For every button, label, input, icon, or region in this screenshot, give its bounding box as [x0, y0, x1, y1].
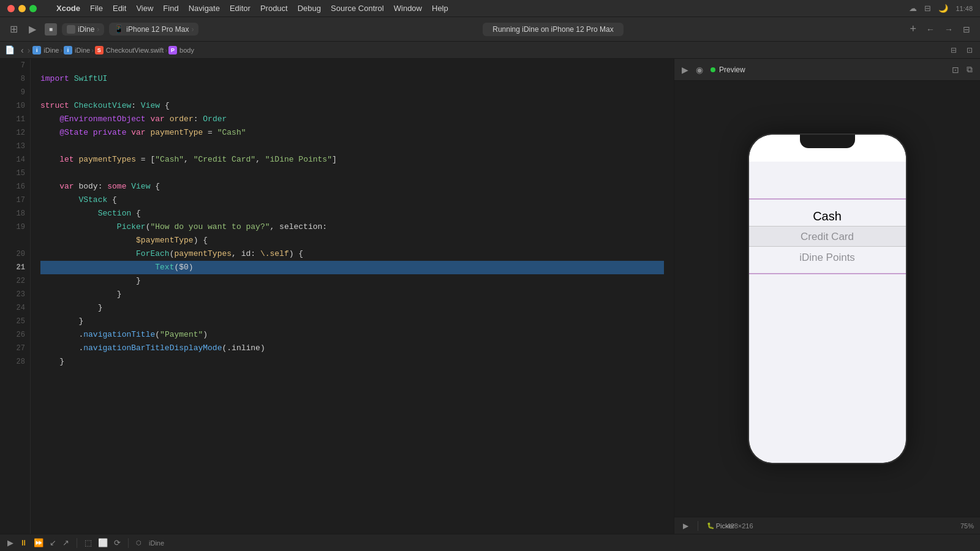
token-rparen2: ): [203, 328, 208, 342]
debug-pause-btn[interactable]: ⏸: [18, 537, 29, 549]
token-brace1: {: [160, 99, 170, 113]
token-picker: Picker: [117, 220, 146, 234]
debug-environment-btn[interactable]: ⬡: [135, 538, 143, 547]
code-line-21[interactable]: Text ($0): [40, 261, 664, 274]
breadcrumb-label-4: body: [179, 47, 194, 54]
debug-view-hierarchy-btn[interactable]: ⬚: [83, 537, 93, 549]
token-navtitle: navigationTitle: [83, 328, 155, 342]
run-button[interactable]: ▶: [24, 23, 41, 36]
line-num-27: 27: [0, 342, 25, 355]
line-num-28: 28: [0, 355, 25, 369]
line-num-21: 21: [0, 261, 25, 274]
stop-button[interactable]: ■: [45, 23, 57, 36]
token-idine: "iDine Points": [265, 153, 332, 167]
menu-extras-icon: ⊟: [924, 4, 931, 13]
window-menu[interactable]: Window: [394, 4, 422, 13]
product-menu[interactable]: Product: [260, 4, 288, 13]
add-button[interactable]: +: [907, 21, 919, 37]
code-line-12: @State private var paymentType = "Cash": [40, 126, 664, 140]
token-indent11: [40, 274, 136, 288]
debug-step-into-btn[interactable]: ↙: [48, 537, 58, 549]
close-button[interactable]: [7, 5, 15, 12]
debug-memory-btn[interactable]: ⬜: [97, 537, 109, 549]
dropbox-icon: ☁: [909, 4, 917, 13]
device-icon: 📱: [114, 24, 124, 34]
token-navbar: navigationBarTitleDisplayMode: [83, 342, 222, 355]
source-control-menu[interactable]: Source Control: [331, 4, 384, 13]
debug-play-btn[interactable]: ▶: [6, 537, 15, 549]
edit-menu[interactable]: Edit: [113, 4, 126, 13]
traffic-lights: [7, 5, 37, 12]
debug-simulate-btn[interactable]: ⟳: [113, 537, 122, 549]
minimize-button[interactable]: [18, 5, 26, 12]
help-menu[interactable]: Help: [432, 4, 448, 13]
editor-menu[interactable]: Editor: [230, 4, 251, 13]
breadcrumb-body[interactable]: P body: [168, 46, 194, 54]
picker-item-cash[interactable]: Cash: [749, 206, 906, 227]
nav-back-button[interactable]: ←: [924, 23, 937, 36]
token-foreach: ForEach: [136, 247, 170, 261]
token-sp5: [126, 126, 131, 140]
breadcrumb-idine-2[interactable]: i iDine: [64, 46, 90, 54]
picker-items-list: Cash Credit Card iDine Points: [749, 206, 906, 268]
picker-item-credit[interactable]: Credit Card: [749, 227, 906, 247]
token-vstack: VStack: [78, 193, 107, 207]
editor-split-button[interactable]: ⊡: [964, 45, 975, 56]
breadcrumb-forward-button[interactable]: ›: [26, 45, 32, 55]
nav-forward-button[interactable]: →: [942, 23, 956, 36]
navigate-menu[interactable]: Navigate: [189, 4, 220, 13]
code-line-20: ForEach ( paymentTypes , id: \.self ) {: [40, 247, 664, 261]
preview-device-button[interactable]: ⊡: [952, 65, 959, 75]
view-menu[interactable]: View: [136, 4, 153, 13]
breadcrumb-back-button[interactable]: ‹: [20, 45, 25, 55]
breadcrumb-idine-1[interactable]: i iDine: [32, 46, 59, 54]
token-indent7: [40, 220, 117, 234]
token-var2: var: [131, 126, 145, 140]
code-content[interactable]: import SwiftUI struct CheckoutView : Vie…: [31, 59, 674, 534]
preview-bottom-icons: ▶ 🐛 Picker 428×216: [680, 521, 745, 531]
clock-icon: 11:48: [956, 5, 973, 12]
token-order-var: order: [170, 113, 194, 126]
token-backslash: \.self: [260, 247, 289, 261]
token-sp1: [69, 99, 74, 113]
token-brace4: {: [131, 207, 141, 220]
token-indent1: [40, 113, 59, 126]
status-bar-center: Running iDine on iPhone 12 Pro Max: [203, 23, 902, 36]
line-num-17: 17: [0, 193, 25, 207]
preview-inspect-button[interactable]: ◉: [696, 65, 703, 75]
picker-item-idine[interactable]: iDine Points: [749, 247, 906, 268]
device-selector[interactable]: 📱 iPhone 12 Pro Max ›: [109, 23, 198, 36]
preview-play-icon[interactable]: ▶: [680, 521, 690, 531]
breadcrumb-bar: 📄 ‹ › i iDine › i iDine › S CheckoutView…: [0, 42, 980, 59]
picker-bottom-line: [749, 273, 906, 274]
split-editor-button[interactable]: ⊟: [960, 23, 973, 36]
file-icon: 📄: [5, 45, 15, 54]
main-content: 7 8 9 10 11 12 13 14 15 16 17 18 19 20 2…: [0, 59, 980, 534]
preview-play-button[interactable]: ▶: [682, 65, 688, 75]
token-indent15: [40, 328, 78, 342]
token-sp3: [165, 113, 170, 126]
debug-menu[interactable]: Debug: [298, 4, 321, 13]
editor-layout-button[interactable]: ⊟: [948, 45, 959, 56]
file-menu[interactable]: File: [90, 4, 103, 13]
token-var3: var: [59, 180, 74, 193]
title-bar: Xcode File Edit View Find Navigate Edito…: [0, 0, 980, 17]
token-let: let: [59, 153, 74, 167]
xcode-menu[interactable]: Xcode: [56, 4, 80, 13]
scheme-selector[interactable]: iDine ›: [62, 23, 104, 36]
line-num-13: 13: [0, 140, 25, 153]
preview-toolbar: ▶ ◉ Preview ⊡ ⧉: [674, 59, 980, 81]
sidebar-toggle-button[interactable]: ⊞: [7, 22, 20, 36]
code-line-22: }: [40, 274, 664, 288]
token-text: Text: [155, 261, 174, 274]
token-state: @State: [59, 126, 88, 140]
breadcrumb-file[interactable]: S CheckoutView.swift: [95, 46, 164, 54]
zoom-button[interactable]: [29, 5, 37, 12]
code-editor[interactable]: 7 8 9 10 11 12 13 14 15 16 17 18 19 20 2…: [0, 59, 674, 534]
preview-duplicate-button[interactable]: ⧉: [967, 64, 973, 75]
zoom-level[interactable]: 75%: [960, 522, 974, 530]
debug-step-over-btn[interactable]: ⏩: [32, 537, 45, 549]
debug-step-out-btn[interactable]: ↗: [61, 537, 70, 549]
find-menu[interactable]: Find: [163, 4, 178, 13]
scheme-name: iDine: [78, 25, 94, 34]
